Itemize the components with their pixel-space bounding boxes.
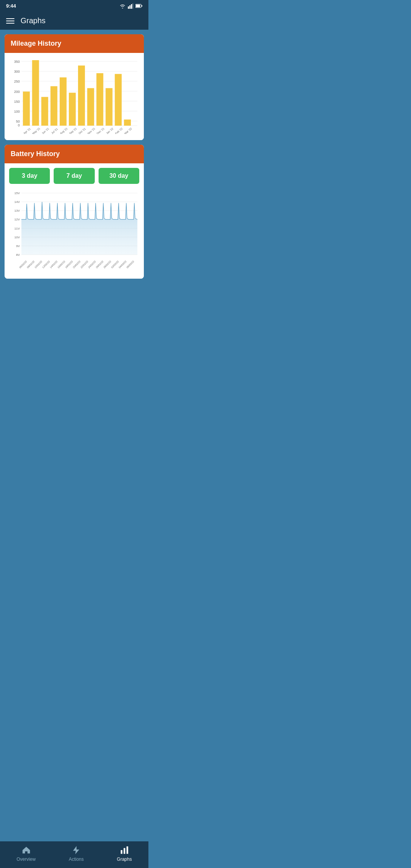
svg-text:02/03/22: 02/03/22 (110, 260, 119, 269)
svg-rect-34 (124, 120, 131, 126)
filter-7day-button[interactable]: 7 day (54, 168, 94, 184)
svg-text:18/02/22: 18/02/22 (65, 260, 73, 269)
filter-buttons-row: 3 day 7 day 30 day (9, 168, 139, 184)
svg-text:14/02/22: 14/02/22 (49, 260, 58, 269)
svg-rect-32 (105, 88, 112, 126)
main-content: Mileage History 350 300 250 200 150 100 … (0, 30, 148, 333)
svg-text:10/02/22: 10/02/22 (34, 260, 43, 269)
filter-30day-button[interactable]: 30 day (99, 168, 139, 184)
svg-text:100: 100 (14, 110, 20, 113)
svg-rect-23 (23, 92, 30, 126)
svg-rect-0 (128, 6, 129, 9)
battery-chart: 15V 14V 13V 12V 11V 10V 9V 8V (9, 188, 139, 274)
svg-text:08/02/22: 08/02/22 (26, 260, 35, 269)
status-bar: 9:44 (0, 0, 148, 12)
svg-text:Dec '21: Dec '21 (96, 127, 105, 134)
svg-text:Jun '21: Jun '21 (41, 127, 49, 134)
svg-rect-2 (131, 4, 132, 9)
svg-text:150: 150 (14, 100, 20, 104)
mileage-history-card: Mileage History 350 300 250 200 150 100 … (5, 34, 144, 140)
svg-text:9V: 9V (16, 244, 20, 248)
filter-3day-button[interactable]: 3 day (9, 168, 50, 184)
svg-rect-5 (136, 5, 140, 7)
svg-text:200: 200 (14, 90, 20, 94)
svg-text:13V: 13V (14, 209, 20, 213)
mileage-chart: 350 300 250 200 150 100 50 0 (9, 57, 139, 136)
svg-text:16/02/22: 16/02/22 (57, 260, 66, 269)
svg-text:15V: 15V (14, 191, 20, 195)
svg-text:14V: 14V (14, 200, 20, 204)
svg-text:350: 350 (14, 60, 20, 64)
svg-text:Oct '21: Oct '21 (78, 127, 86, 134)
hamburger-menu[interactable] (6, 18, 14, 24)
svg-rect-24 (32, 60, 39, 126)
svg-text:250: 250 (14, 80, 20, 83)
svg-rect-33 (115, 74, 122, 126)
svg-text:10V: 10V (14, 236, 20, 239)
wifi-icon (119, 3, 126, 9)
svg-text:11V: 11V (14, 227, 20, 230)
svg-rect-29 (78, 65, 85, 126)
svg-text:Feb '22: Feb '22 (115, 127, 123, 134)
mileage-card-header: Mileage History (5, 34, 144, 53)
mileage-chart-svg: 350 300 250 200 150 100 50 0 (9, 57, 139, 134)
svg-text:8V: 8V (16, 253, 20, 257)
svg-text:20/02/22: 20/02/22 (72, 260, 81, 269)
svg-text:Jan '22: Jan '22 (105, 127, 114, 134)
svg-text:06/03/22: 06/03/22 (126, 260, 135, 269)
svg-text:06/02/22: 06/02/22 (19, 260, 27, 269)
svg-rect-31 (96, 73, 103, 126)
svg-text:Aug '21: Aug '21 (59, 127, 68, 134)
svg-rect-30 (87, 88, 94, 126)
svg-text:0: 0 (18, 123, 20, 127)
mileage-card-body: 350 300 250 200 150 100 50 0 (5, 53, 144, 140)
svg-rect-27 (60, 77, 67, 126)
svg-rect-28 (69, 93, 76, 126)
battery-icon (135, 4, 142, 8)
svg-rect-1 (129, 5, 131, 9)
svg-text:Sep '21: Sep '21 (68, 127, 77, 134)
svg-text:Nov '21: Nov '21 (87, 127, 96, 134)
status-icons (119, 3, 142, 9)
svg-text:Mar '22: Mar '22 (124, 127, 132, 134)
battery-title: Battery History (11, 150, 138, 158)
svg-text:50: 50 (16, 120, 20, 123)
svg-text:26/02/22: 26/02/22 (95, 260, 104, 269)
svg-rect-25 (41, 97, 48, 126)
battery-card-header: Battery History (5, 145, 144, 163)
svg-text:Jul '21: Jul '21 (51, 128, 58, 134)
svg-text:22/02/22: 22/02/22 (80, 260, 89, 269)
battery-card-body: 3 day 7 day 30 day 15V 14V 13V 12V 11V 1… (5, 163, 144, 279)
svg-text:12/02/22: 12/02/22 (41, 260, 50, 269)
battery-chart-svg: 15V 14V 13V 12V 11V 10V 9V 8V (9, 188, 139, 273)
svg-text:300: 300 (14, 70, 20, 73)
svg-rect-3 (132, 3, 133, 9)
svg-text:28/02/22: 28/02/22 (103, 260, 112, 269)
svg-text:24/02/22: 24/02/22 (88, 260, 96, 269)
svg-text:04/03/22: 04/03/22 (118, 260, 127, 269)
svg-text:12V: 12V (14, 218, 20, 222)
svg-rect-6 (142, 5, 142, 7)
battery-history-card: Battery History 3 day 7 day 30 day 15V 1… (5, 145, 144, 279)
mileage-title: Mileage History (11, 40, 138, 48)
svg-text:Apr '21: Apr '21 (23, 127, 31, 134)
svg-text:May '21: May '21 (32, 127, 41, 134)
signal-icon (128, 3, 133, 9)
top-bar: Graphs (0, 12, 148, 30)
svg-rect-26 (51, 86, 57, 126)
page-title: Graphs (21, 16, 46, 25)
time: 9:44 (6, 3, 16, 9)
